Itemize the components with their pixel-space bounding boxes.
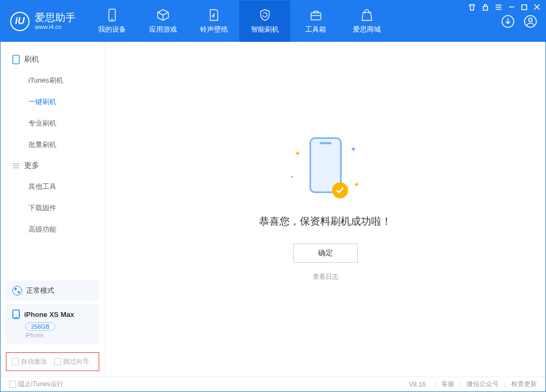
title-bar: iU 爱思助手 www.i4.cn 我的设备 应用游戏 铃声壁纸 智能刷机 工具… [1, 1, 545, 42]
success-illustration: ✦ ✦ ✦ ✦ [283, 137, 368, 202]
status-bar: 阻止iTunes运行 V8.16 | 客服 | 微信公众号 | 检查更新 [1, 376, 545, 391]
sidebar-item-advanced[interactable]: 高级功能 [1, 219, 105, 240]
checkbox-skip-guide[interactable]: 跳过向导 [54, 357, 89, 366]
svg-rect-14 [522, 5, 527, 10]
sidebar-item-pro-flash[interactable]: 专业刷机 [1, 113, 105, 134]
device-icon [12, 309, 20, 319]
status-link-update[interactable]: 检查更新 [511, 380, 537, 389]
svg-rect-4 [311, 13, 321, 20]
device-type: iPhone [25, 332, 93, 338]
ok-button[interactable]: 确定 [293, 243, 358, 263]
lock-icon[interactable] [482, 4, 489, 12]
close-button[interactable] [534, 4, 540, 12]
sidebar-item-onekey-flash[interactable]: 一键刷机 [1, 91, 105, 113]
sparkle-icon: ✦ [290, 175, 294, 180]
app-name-en: www.i4.cn [35, 24, 76, 30]
options-row: 自动激活 跳过向导 [6, 352, 99, 371]
sidebar-item-batch-flash[interactable]: 批量刷机 [1, 134, 105, 156]
device-capacity: 256GB [25, 322, 55, 331]
sidebar: 刷机 iTunes刷机 一键刷机 专业刷机 批量刷机 更多 其他工具 下载固件 … [1, 42, 105, 376]
menu-icon[interactable] [495, 4, 502, 12]
svg-rect-9 [483, 6, 488, 10]
list-icon [12, 162, 20, 169]
phone-outline-icon [12, 55, 20, 64]
sparkle-icon: ✦ [350, 145, 357, 153]
status-link-wechat[interactable]: 微信公众号 [467, 380, 499, 389]
svg-point-3 [212, 15, 213, 17]
sidebar-item-download-firmware[interactable]: 下载固件 [1, 197, 105, 219]
mode-icon [12, 286, 22, 295]
refresh-shield-icon [259, 9, 271, 21]
status-link-support[interactable]: 客服 [441, 380, 454, 389]
sidebar-group-flash: 刷机 [1, 49, 105, 70]
sidebar-item-other-tools[interactable]: 其他工具 [1, 176, 105, 197]
device-name: iPhone XS Max [24, 310, 74, 319]
nav-smart-flash[interactable]: 智能刷机 [239, 1, 290, 42]
sparkle-icon: ✦ [353, 180, 360, 189]
main-nav: 我的设备 应用游戏 铃声壁纸 智能刷机 工具箱 爱思商城 [86, 1, 500, 42]
checkbox-block-itunes[interactable]: 阻止iTunes运行 [9, 380, 63, 389]
nav-store[interactable]: 爱思商城 [341, 1, 392, 42]
nav-apps-games[interactable]: 应用游戏 [137, 1, 188, 42]
minimize-button[interactable] [508, 4, 515, 12]
mode-label: 正常模式 [26, 286, 54, 295]
sparkle-icon: ✦ [294, 149, 301, 158]
device-box[interactable]: iPhone XS Max 256GB iPhone [6, 304, 99, 344]
toolbox-icon [309, 9, 322, 21]
checkbox-auto-activate[interactable]: 自动激活 [12, 357, 47, 366]
nav-my-device[interactable]: 我的设备 [86, 1, 137, 42]
app-logo: iU 爱思助手 www.i4.cn [1, 1, 86, 42]
nav-toolbox[interactable]: 工具箱 [290, 1, 341, 42]
sidebar-group-more: 更多 [1, 156, 105, 176]
nav-ringtones-wallpapers[interactable]: 铃声壁纸 [188, 1, 239, 42]
download-button[interactable] [500, 14, 515, 29]
check-badge-icon [332, 182, 348, 198]
cube-icon [157, 9, 169, 21]
mode-box[interactable]: 正常模式 [6, 280, 99, 301]
account-button[interactable] [523, 14, 538, 29]
main-content: ✦ ✦ ✦ ✦ 恭喜您，保资料刷机成功啦！ 确定 查看日志 [105, 42, 545, 376]
svg-point-8 [529, 18, 532, 21]
success-message: 恭喜您，保资料刷机成功啦！ [259, 215, 392, 228]
phone-icon [106, 9, 119, 21]
svg-rect-17 [13, 55, 19, 64]
bag-icon [360, 9, 373, 21]
logo-icon: iU [10, 12, 29, 31]
music-file-icon [208, 9, 220, 21]
maximize-button[interactable] [521, 4, 527, 12]
shirt-icon[interactable] [468, 4, 476, 12]
version-label: V8.16 [409, 381, 425, 388]
window-controls [468, 4, 540, 12]
view-log-link[interactable]: 查看日志 [313, 272, 338, 282]
app-name-cn: 爱思助手 [35, 12, 76, 24]
sidebar-item-itunes-flash[interactable]: iTunes刷机 [1, 70, 105, 91]
